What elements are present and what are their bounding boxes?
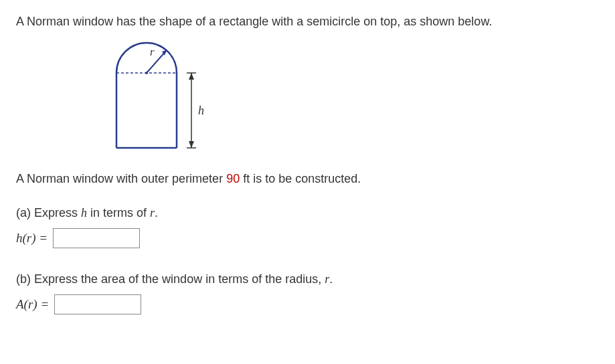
part-a-suffix: . [155,206,158,219]
perimeter-value: 90 [226,172,240,185]
part-a-mid: in terms of [87,206,150,219]
part-b-answer-row: A(r) = [16,294,599,314]
perimeter-prefix: A Norman window with outer perimeter [16,172,226,185]
part-b-input[interactable] [54,294,141,314]
part-b-label: A(r) = [16,297,49,312]
part-b-suffix: . [329,272,333,286]
svg-marker-11 [189,73,194,80]
svg-point-6 [145,72,148,74]
perimeter-statement: A Norman window with outer perimeter 90 … [16,171,599,187]
part-a-answer-row: h(r) = [16,228,599,248]
svg-marker-12 [189,141,194,148]
svg-text:r: r [150,46,155,58]
intro-text: A Norman window has the shape of a recta… [16,13,599,30]
part-a-label: h(r) = [16,231,48,246]
part-b-prompt: (b) Express the area of the window in te… [16,272,599,286]
perimeter-suffix: ft is to be constructed. [240,172,361,185]
intro-text-content: A Norman window has the shape of a recta… [16,15,492,28]
part-a-input[interactable] [53,228,140,248]
norman-window-diagram: r h [110,41,230,155]
part-a-prefix: (a) Express [16,206,81,219]
svg-text:h: h [198,104,204,117]
part-b-prefix: (b) Express the area of the window in te… [16,272,325,286]
part-a-prompt: (a) Express h in terms of r. [16,206,599,220]
part-a-var-h: h [81,206,87,219]
